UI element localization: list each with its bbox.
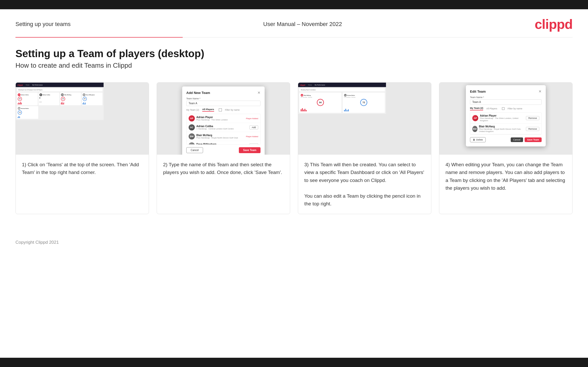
edit-player-list: AP Adrian Player Plus Handicap · The Shi… — [470, 112, 542, 135]
team-name-input[interactable] — [186, 101, 261, 106]
modal-title: Add New Team — [186, 91, 210, 95]
card-3-screenshot: clippd Home My Performance Showing Team … — [298, 83, 431, 155]
tab-my-team[interactable]: My Team (2) — [186, 109, 199, 111]
edit-player-row: AP Adrian Player Plus Handicap · The Shi… — [470, 113, 541, 124]
card-2: Add New Team ✕ Team Name * My Team (2) A… — [157, 82, 290, 214]
field-label: Team Name * — [186, 97, 261, 100]
save-team-button[interactable]: Save Team — [525, 137, 542, 142]
edit-cancel-button[interactable]: Cancel — [511, 137, 523, 142]
add-new-team-modal: Add New Team ✕ Team Name * My Team (2) A… — [182, 86, 265, 155]
top-bar — [0, 0, 588, 9]
header-logo: clippd — [535, 16, 573, 32]
page-footer: Copyright Clippd 2021 — [0, 235, 588, 250]
copyright-text: Copyright Clippd 2021 — [15, 240, 59, 245]
edit-tab-my-team[interactable]: My Team (2) — [470, 107, 483, 110]
page-content: Setting up a Team of players (desktop) H… — [0, 38, 588, 235]
card-2-screenshot: Add New Team ✕ Team Name * My Team (2) A… — [157, 83, 290, 155]
player-row: BM Blair McHarg Plus Handicap · Royal No… — [187, 132, 260, 141]
edit-team-modal: Edit Team ✕ Team Name * My Team (2) All … — [466, 85, 546, 146]
bottom-bar — [0, 358, 588, 367]
cancel-button[interactable]: Cancel — [186, 147, 203, 153]
card-3: clippd Home My Performance Showing Team … — [298, 82, 431, 214]
add-player-button[interactable]: Add — [249, 125, 258, 129]
player-list: AP Adrian Player Plus Handicap · The Shi… — [186, 114, 261, 145]
card-4: Edit Team ✕ Team Name * My Team (2) All … — [439, 82, 573, 214]
remove-player-button[interactable]: Remove — [526, 116, 539, 120]
card-1-screenshot: clippd Home My Performance Showing 6 out… — [16, 83, 149, 155]
edit-modal-title: Edit Team — [470, 90, 486, 93]
header-manual-title: User Manual – November 2022 — [263, 21, 342, 28]
card-1-text: 1) Click on 'Teams' at the top of the sc… — [16, 155, 149, 214]
card-2-text: 2) Type the name of this Team and then s… — [157, 155, 290, 214]
delete-team-button[interactable]: 🗑 Delete — [470, 137, 486, 142]
filter-label: Filter by name — [225, 109, 240, 111]
remove-player-button[interactable]: Remove — [526, 127, 539, 131]
add-player-button[interactable]: Add — [249, 143, 258, 145]
header: Setting up your teams User Manual – Nove… — [0, 9, 588, 37]
page-title: Setting up a Team of players (desktop) — [15, 48, 573, 59]
cards-row: clippd Home My Performance Showing 6 out… — [15, 82, 573, 214]
card-4-text: 4) When editing your Team, you can chang… — [439, 155, 572, 214]
edit-tab-all-players[interactable]: All Players — [486, 107, 497, 110]
modal-close-icon[interactable]: ✕ — [257, 91, 261, 95]
edit-team-name-input[interactable] — [470, 99, 542, 105]
player-row: AP Adrian Player Plus Handicap · The Shi… — [187, 114, 260, 123]
player-row: DB Dave Billingham 5 Handicap · The Dog … — [187, 141, 260, 145]
edit-field-label: Team Name * — [470, 96, 542, 99]
edit-filter-label: Filter by name — [508, 107, 522, 110]
trash-icon: 🗑 — [473, 138, 475, 141]
card-1: clippd Home My Performance Showing 6 out… — [15, 82, 149, 214]
card-3-text: 3) This Team will then be created. You c… — [298, 155, 431, 214]
save-team-button[interactable]: Save Team — [239, 147, 261, 153]
edit-player-row: BM Blair McHarg Plus Handicap · Royal No… — [470, 124, 541, 134]
page-subtitle: How to create and edit Teams in Clippd — [15, 62, 573, 69]
header-section-title: Setting up your teams — [15, 21, 71, 28]
card-4-screenshot: Edit Team ✕ Team Name * My Team (2) All … — [439, 83, 572, 155]
tab-all-players[interactable]: All Players — [202, 108, 214, 112]
player-row: AC Adrian Coliba 1 Handicap · Central Lo… — [187, 123, 260, 132]
edit-modal-close-icon[interactable]: ✕ — [539, 89, 542, 93]
